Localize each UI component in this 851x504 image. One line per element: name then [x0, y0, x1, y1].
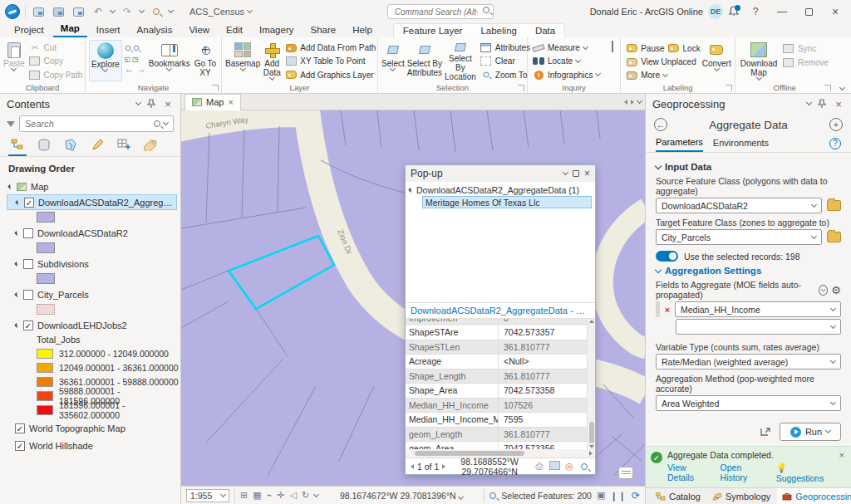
add-field-select[interactable]	[676, 319, 841, 335]
tab-map[interactable]: Map	[53, 22, 87, 37]
flash-target-icon[interactable]: ◎	[563, 461, 575, 472]
clear-button[interactable]: Clear	[479, 55, 532, 67]
zoom-to-button[interactable]: Zoom To	[479, 69, 532, 81]
tab-imagery[interactable]: Imagery	[252, 24, 302, 37]
list-by-data-source-tab[interactable]	[35, 139, 53, 156]
layer-checkbox[interactable]	[23, 290, 33, 300]
expander-icon[interactable]	[408, 187, 413, 192]
tab-insert[interactable]: Insert	[89, 24, 128, 37]
add-to-favorites-icon[interactable]: +	[829, 118, 843, 131]
popup-tree-parent[interactable]: DownloadACSDataR2_AggregateData (1)	[409, 183, 592, 196]
contents-search-input[interactable]	[25, 119, 150, 129]
flash-icon[interactable]: ⌁	[267, 490, 273, 501]
map-tab[interactable]: Map ×	[184, 94, 241, 110]
go-to-xy-button[interactable]: Go To XY	[193, 40, 218, 81]
select-by-location-button[interactable]: Select By Location	[445, 40, 476, 81]
dock-tab-symbology[interactable]: Symbology	[707, 488, 775, 504]
convert-labels-button[interactable]: Convert	[701, 40, 731, 81]
bookmarks-button[interactable]: Bookmarks	[149, 40, 190, 81]
layer-swatch[interactable]	[37, 212, 55, 223]
table-row[interactable]: Improvemen0	[406, 319, 595, 325]
zoom-selected-icon[interactable]	[133, 42, 140, 55]
remove-field-icon[interactable]: ×	[663, 305, 671, 315]
layer-checkbox[interactable]: ✓	[24, 198, 34, 208]
tab-help[interactable]: Help	[345, 24, 380, 37]
popup-close-icon[interactable]: ×	[584, 168, 590, 179]
target-feature-class-select[interactable]: City_Parcels	[656, 229, 822, 245]
layer-checkbox[interactable]	[23, 259, 33, 269]
table-row[interactable]: Median_HH_Income_MOE7595	[406, 413, 595, 428]
table-row[interactable]: Shape_Area7042.573358	[406, 384, 595, 399]
scroll-tabs-left-icon[interactable]	[624, 100, 627, 105]
table-row[interactable]: ShapeSTLen361.810777	[406, 340, 595, 355]
legend-class[interactable]: 181596.000001 - 335602.000000	[0, 403, 180, 417]
tab-parameters[interactable]: Parameters	[656, 137, 703, 152]
list-by-drawing-order-tab[interactable]	[8, 139, 27, 156]
download-map-button[interactable]: Download Map	[739, 40, 779, 81]
avatar[interactable]: DE	[708, 4, 723, 19]
layer-item-world-hillshade[interactable]: ✓ World Hillshade	[7, 438, 180, 453]
map-view[interactable]: Charyn Way Zion Dr Pop-up × DownloadACSD…	[181, 110, 645, 486]
select-by-attributes-button[interactable]: Select By Attributes	[407, 40, 442, 81]
dock-tab-catalog[interactable]: Catalog	[651, 488, 706, 504]
table-row[interactable]: geom_Area7042.573356	[406, 442, 595, 449]
annotation-icon[interactable]: ◁	[289, 490, 296, 501]
navigate-dialog-launcher-icon[interactable]	[212, 85, 219, 91]
notifications-bell-icon[interactable]	[728, 6, 740, 17]
offline-dialog-launcher-icon[interactable]	[824, 85, 831, 91]
layer-swatch[interactable]	[37, 242, 55, 253]
layer-item-world-topographic[interactable]: ✓ World Topographic Map	[7, 420, 180, 436]
add-data-from-path-button[interactable]: Add Data From Path	[283, 42, 377, 54]
open-in-new-window-icon[interactable]	[760, 427, 771, 437]
contents-search-box[interactable]	[19, 115, 174, 132]
more-labeling-button[interactable]: More	[624, 69, 699, 81]
layer-checkbox[interactable]: ✓	[23, 321, 33, 330]
browse-folder-icon[interactable]	[827, 232, 841, 242]
scroll-right-icon[interactable]	[589, 451, 593, 456]
copy-path-button[interactable]: Copy Path	[27, 69, 85, 81]
layer-item-acsdatar2[interactable]: DownloadACSDataR2	[7, 225, 180, 241]
table-row[interactable]: Acreage<Null>	[406, 355, 595, 369]
fixed-zoom-in-icon[interactable]: ◱	[125, 56, 131, 63]
previous-extent-icon[interactable]: ←	[125, 64, 134, 74]
lock-labeling-button[interactable]: Lock	[667, 42, 702, 55]
search-options-chevron-icon[interactable]	[163, 120, 169, 125]
maximize-button[interactable]	[798, 3, 819, 20]
locate-button[interactable]: Locate	[531, 55, 602, 67]
command-search-input[interactable]	[387, 4, 494, 19]
layer-item-subdivisions[interactable]: Subdivisions	[7, 256, 180, 272]
field-options-gear-icon[interactable]: ⚙	[831, 284, 841, 296]
remove-button[interactable]: Remove	[781, 56, 830, 69]
source-feature-class-select[interactable]: DownloadACSDataR2	[656, 198, 822, 213]
scale-selector[interactable]: 1:955	[186, 489, 229, 502]
suggestions-link[interactable]: Suggestions	[776, 473, 824, 483]
pin-icon[interactable]	[816, 99, 828, 109]
redo-icon[interactable]: ↷	[120, 5, 135, 18]
qat-customize-icon[interactable]	[168, 7, 174, 13]
panel-menu-chevron-icon[interactable]	[135, 100, 141, 105]
expander-icon[interactable]	[14, 291, 19, 296]
expander-icon[interactable]	[14, 322, 19, 327]
add-graphics-layer-button[interactable]: Add Graphics Layer	[283, 69, 377, 81]
add-data-button[interactable]: Add Data	[263, 40, 281, 81]
basemap-button[interactable]: Basemap	[225, 40, 260, 81]
print-icon[interactable]: ⎙	[534, 461, 545, 472]
view-unplaced-button[interactable]: View Unplaced	[624, 56, 699, 68]
close-button[interactable]: ×	[824, 3, 846, 20]
expander-icon[interactable]	[14, 261, 19, 266]
close-panel-icon[interactable]: ×	[162, 98, 174, 110]
layer-item-city-parcels[interactable]: City_Parcels	[7, 286, 180, 302]
popup-window[interactable]: Pop-up × DownloadACSDataR2_AggregateData…	[405, 164, 596, 475]
open-history-link[interactable]: Open History	[721, 462, 769, 483]
browse-folder-icon[interactable]	[827, 200, 841, 211]
layer-checkbox[interactable]: ✓	[15, 441, 25, 451]
attribute-table-icon[interactable]: ▦	[253, 490, 261, 501]
open-project-icon[interactable]	[51, 5, 66, 18]
active-map-menu[interactable]: ACS_Census	[189, 7, 252, 17]
aggregate-field-select[interactable]: Median_HH_Income	[675, 301, 841, 317]
layer-item-lehdjobs[interactable]: ✓ DownloadLEHDJobs2	[7, 317, 180, 333]
sync-button[interactable]: Sync	[781, 42, 830, 55]
save-as-icon[interactable]	[71, 5, 86, 18]
back-button[interactable]: ←	[654, 118, 667, 131]
variable-type-select[interactable]: Rate/Median (weighted average)	[656, 354, 841, 369]
